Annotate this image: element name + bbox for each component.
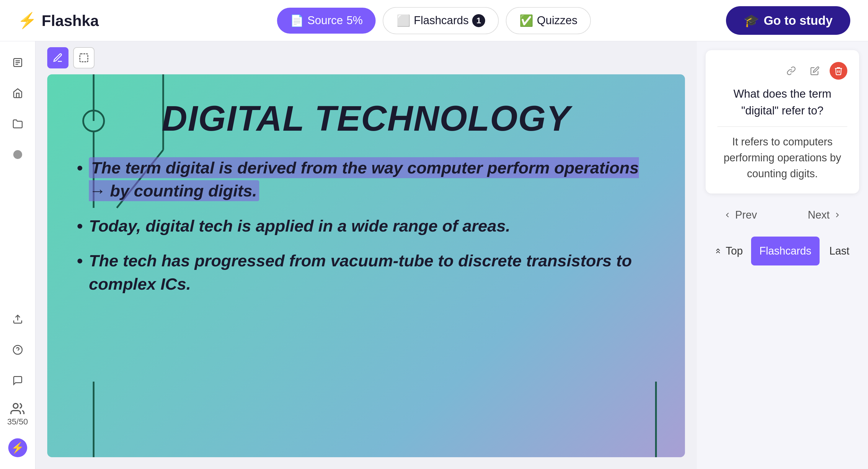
source-icon: 📄: [290, 14, 304, 27]
highlight-tool-button[interactable]: [47, 47, 68, 68]
toolbar-row: [47, 47, 685, 68]
card-question: What does the term "digital" refer to?: [717, 86, 847, 119]
quizzes-icon: ✅: [519, 14, 533, 27]
topbar: ⚡ Flashka 📄 Source 5% ⬜ Flashcards 1 ✅ Q…: [0, 0, 868, 41]
bullet-text-1: The term digital is derived from the way…: [89, 156, 655, 203]
next-label: Next: [808, 209, 830, 221]
flash-icon: ⚡: [11, 442, 24, 454]
go-to-study-button[interactable]: 🎓 Go to study: [726, 6, 850, 35]
card-edit-button[interactable]: [806, 62, 824, 80]
flashcards-label: Flashcards: [414, 14, 469, 27]
prev-label: Prev: [735, 209, 757, 221]
slide-content: DIGITAL TECHNOLOGY • The term digital is…: [47, 74, 685, 457]
source-percent: 5%: [347, 14, 363, 27]
slide-bullets: • The term digital is derived from the w…: [77, 156, 655, 296]
users-icon: [10, 402, 25, 416]
tab-source[interactable]: 📄 Source 5%: [277, 8, 376, 34]
select-tool-button[interactable]: [73, 47, 94, 68]
bullet-text-3: The tech has progressed from vacuum-tube…: [89, 249, 655, 296]
sidebar-item-chat[interactable]: [8, 371, 27, 390]
sidebar: 35/50 ⚡: [0, 41, 35, 469]
topbar-tabs: 📄 Source 5% ⬜ Flashcards 1 ✅ Quizzes: [277, 7, 591, 34]
flashcards-icon: ⬜: [397, 14, 410, 27]
card-actions: [717, 62, 847, 80]
slide-viewer: DIGITAL TECHNOLOGY • The term digital is…: [35, 41, 697, 469]
last-label: Last: [829, 245, 849, 257]
slide-bullet-1: • The term digital is derived from the w…: [77, 156, 655, 203]
tab-flashcards[interactable]: ⬜ Flashcards 1: [383, 7, 499, 34]
bullet-dot-1: •: [77, 159, 83, 177]
main-layout: 35/50 ⚡: [0, 41, 868, 469]
card-nav: Prev Next: [706, 199, 859, 231]
svg-rect-9: [80, 54, 88, 62]
flashcard-card: What does the term "digital" refer to? I…: [706, 50, 859, 194]
tab-quizzes[interactable]: ✅ Quizzes: [506, 7, 591, 34]
flashcard-panel: What does the term "digital" refer to? I…: [697, 41, 868, 469]
logo-icon: ⚡: [18, 11, 37, 30]
sidebar-item-document[interactable]: [8, 53, 27, 72]
logo: ⚡ Flashka: [18, 11, 99, 30]
bullet-dot-3: •: [77, 252, 83, 270]
svg-point-8: [13, 404, 18, 408]
slide-bullet-2: • Today, digital tech is applied in a wi…: [77, 214, 655, 237]
sidebar-item-folder[interactable]: [8, 114, 27, 133]
sidebar-item-help[interactable]: [8, 340, 27, 359]
bullet-text-2: Today, digital tech is applied in a wide…: [89, 214, 510, 237]
card-divider: [717, 126, 847, 127]
bottom-nav: Top Flashcards Last: [706, 237, 859, 265]
top-button[interactable]: Top: [706, 237, 751, 265]
graduation-icon: 🎓: [744, 13, 759, 28]
slide-bullet-3: • The tech has progressed from vacuum-tu…: [77, 249, 655, 296]
svg-point-4: [13, 150, 22, 159]
prev-button[interactable]: Prev: [714, 204, 766, 226]
app-name: Flashka: [42, 12, 99, 30]
card-link-button[interactable]: [782, 62, 800, 80]
sidebar-item-export[interactable]: [8, 310, 27, 329]
quizzes-label: Quizzes: [537, 14, 577, 27]
sidebar-item-home[interactable]: [8, 84, 27, 103]
content-area: DIGITAL TECHNOLOGY • The term digital is…: [35, 41, 868, 469]
next-button[interactable]: Next: [799, 204, 850, 226]
highlighted-text-1: The term digital is derived from the way…: [89, 157, 639, 201]
slide-container: DIGITAL TECHNOLOGY • The term digital is…: [47, 74, 685, 457]
top-label: Top: [726, 245, 743, 257]
last-button[interactable]: Last: [819, 237, 859, 265]
slide-title: DIGITAL TECHNOLOGY: [77, 98, 655, 139]
source-label: Source: [307, 14, 343, 27]
card-delete-button[interactable]: [830, 62, 847, 80]
card-answer: It refers to computers performing operat…: [717, 134, 847, 182]
go-to-study-label: Go to study: [764, 13, 833, 28]
sidebar-flash-button[interactable]: ⚡: [8, 438, 27, 457]
flashcards-badge: 1: [472, 14, 485, 27]
flashcards-button[interactable]: Flashcards: [751, 237, 819, 265]
user-count-area: 35/50: [7, 402, 28, 427]
user-count-text: 35/50: [7, 417, 28, 427]
sidebar-item-circle[interactable]: [8, 145, 27, 164]
bullet-dot-2: •: [77, 217, 83, 235]
flashcards-nav-label: Flashcards: [760, 245, 811, 257]
